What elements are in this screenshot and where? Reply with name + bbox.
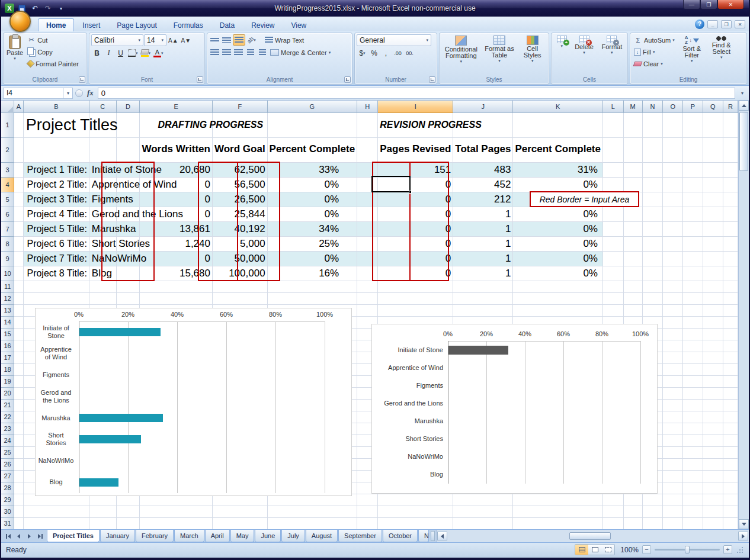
row-header-1[interactable]: 1: [1, 112, 14, 137]
cell-P17[interactable]: [683, 352, 703, 363]
cell-O19[interactable]: [663, 375, 683, 387]
cell-K1[interactable]: [513, 112, 603, 137]
cell-A21[interactable]: [14, 399, 24, 411]
cell-F5[interactable]: 26,500: [212, 192, 267, 207]
cell-P1[interactable]: [683, 112, 703, 137]
cell-C5[interactable]: Figments: [89, 192, 116, 207]
formula-input[interactable]: 0: [98, 88, 735, 99]
cell-O22[interactable]: [663, 411, 683, 423]
horizontal-scrollbar-track[interactable]: [447, 532, 738, 540]
zoom-out-button[interactable]: −: [642, 545, 651, 554]
cell-R23[interactable]: [723, 423, 738, 435]
cell-L8[interactable]: [602, 236, 623, 251]
cell-R14[interactable]: [723, 316, 738, 328]
cell-F3[interactable]: 62,500: [212, 162, 267, 177]
cell-R30[interactable]: [723, 506, 738, 517]
cell-O12[interactable]: [663, 292, 683, 304]
cell-O21[interactable]: [663, 399, 683, 411]
cell-I13[interactable]: [378, 304, 453, 316]
cell-B8[interactable]: Project 6 Title:: [23, 236, 89, 251]
first-sheet-button[interactable]: [3, 532, 13, 541]
cell-I2[interactable]: Pages Revised: [378, 137, 453, 162]
cell-A28[interactable]: [14, 482, 24, 494]
cell-H29[interactable]: [357, 494, 378, 506]
cell-A24[interactable]: [14, 435, 24, 446]
row-header-9[interactable]: 9: [1, 251, 14, 266]
column-header-O[interactable]: O: [663, 101, 683, 112]
cell-A19[interactable]: [14, 375, 24, 387]
cell-B6[interactable]: Project 4 Title:: [23, 207, 89, 221]
cell-A11[interactable]: [14, 281, 24, 292]
row-header-10[interactable]: 10: [1, 266, 14, 281]
cell-R25[interactable]: [723, 446, 738, 458]
cell-I3[interactable]: 151: [378, 162, 453, 177]
cell-I31[interactable]: [378, 517, 453, 529]
cell-A9[interactable]: [14, 251, 24, 266]
scroll-up-button[interactable]: [739, 101, 749, 111]
cell-R22[interactable]: [723, 411, 738, 423]
cell-J2[interactable]: Total Pages: [453, 137, 513, 162]
column-header-C[interactable]: C: [89, 101, 116, 112]
cell-R24[interactable]: [723, 435, 738, 446]
row-header-27[interactable]: 27: [1, 470, 14, 482]
sheet-tab-july[interactable]: July: [281, 530, 305, 542]
cell-F10[interactable]: 100,000: [212, 266, 267, 281]
cell-A5[interactable]: [14, 192, 24, 207]
cell-R6[interactable]: [723, 207, 738, 221]
cell-R19[interactable]: [723, 375, 738, 387]
paste-button[interactable]: Paste ▾: [5, 34, 24, 62]
cell-K6[interactable]: 0%: [513, 207, 603, 221]
cell-G2[interactable]: Percent Complete: [267, 137, 357, 162]
cell-B3[interactable]: Project 1 Title:: [23, 162, 89, 177]
cell-A26[interactable]: [14, 458, 24, 470]
cell-G6[interactable]: 0%: [267, 207, 357, 221]
cell-P4[interactable]: [683, 177, 703, 192]
formula-bar-expand-button[interactable]: ▾: [738, 88, 747, 99]
row-header-24[interactable]: 24: [1, 435, 14, 446]
cell-A14[interactable]: [14, 316, 24, 328]
chart-bar-initiate-of-stone[interactable]: [448, 346, 508, 355]
cell-C2[interactable]: [89, 137, 116, 162]
cell-O25[interactable]: [663, 446, 683, 458]
cell-A25[interactable]: [14, 446, 24, 458]
cell-P15[interactable]: [683, 328, 703, 340]
cell-Q15[interactable]: [703, 328, 723, 340]
scroll-left-button[interactable]: [437, 532, 447, 540]
cell-P24[interactable]: [683, 435, 703, 446]
cell-I5[interactable]: 0: [378, 192, 453, 207]
cell-Q25[interactable]: [703, 446, 723, 458]
autosum-button[interactable]: ΣAutoSum▾: [632, 34, 677, 46]
sheet-tab-may[interactable]: May: [230, 530, 255, 542]
cell-G3[interactable]: 33%: [267, 162, 357, 177]
find-select-button[interactable]: Find & Select▾: [707, 34, 736, 60]
chart-bar-short-stories[interactable]: [79, 435, 141, 443]
borders-button[interactable]: ▾: [127, 47, 139, 59]
column-header-I[interactable]: I: [378, 101, 453, 112]
cell-R4[interactable]: [723, 177, 738, 192]
cell-H6[interactable]: [357, 207, 378, 221]
cell-F8[interactable]: 5,000: [212, 236, 267, 251]
cell-F31[interactable]: [212, 517, 267, 529]
cell-O24[interactable]: [663, 435, 683, 446]
cell-H11[interactable]: [357, 281, 378, 292]
cell-O9[interactable]: [663, 251, 683, 266]
cell-N31[interactable]: [642, 517, 663, 529]
name-box-dropdown-icon[interactable]: ▾: [63, 88, 72, 98]
cell-O14[interactable]: [663, 316, 683, 328]
cell-M10[interactable]: [623, 266, 642, 281]
cell-P25[interactable]: [683, 446, 703, 458]
row-header-30[interactable]: 30: [1, 506, 14, 517]
cell-O10[interactable]: [663, 266, 683, 281]
cell-M4[interactable]: [623, 177, 642, 192]
cell-O28[interactable]: [663, 482, 683, 494]
cell-Q22[interactable]: [703, 411, 723, 423]
cell-M30[interactable]: [623, 506, 642, 517]
cell-L29[interactable]: [602, 494, 623, 506]
cell-A7[interactable]: [14, 221, 24, 236]
percent-style-button[interactable]: %: [368, 47, 380, 59]
cell-M1[interactable]: [623, 112, 642, 137]
column-header-G[interactable]: G: [267, 101, 357, 112]
cell-M12[interactable]: [623, 292, 642, 304]
cell-O13[interactable]: [663, 304, 683, 316]
cell-O30[interactable]: [663, 506, 683, 517]
